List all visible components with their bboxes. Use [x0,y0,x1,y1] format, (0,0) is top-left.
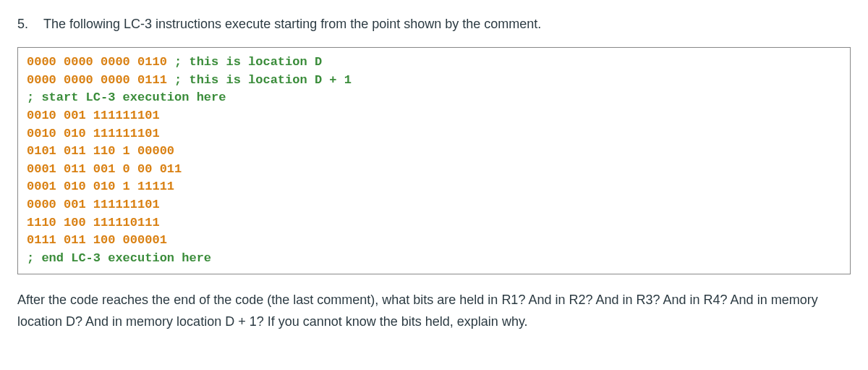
code-line: 0001 010 010 1 11111 [27,178,841,196]
code-comment: ; start LC-3 execution here [27,91,226,104]
question-header: 5. The following LC-3 instructions execu… [17,14,851,34]
code-line: 1110 100 111110111 [27,214,841,232]
follow-up-question: After the code reaches the end of the co… [17,289,851,333]
code-comment: ; end LC-3 execution here [27,251,211,265]
code-binary: 0000 0000 0000 0111 [27,73,174,87]
code-line: 0000 0000 0000 0110 ; this is location D [27,54,841,72]
code-line: 0101 011 110 1 00000 [27,143,841,161]
code-line: 0111 011 100 000001 [27,232,841,250]
code-line: 0001 011 001 0 00 011 [27,161,841,179]
question-text: The following LC-3 instructions execute … [43,14,851,34]
code-line: 0000 0000 0000 0111 ; this is location D… [27,72,841,90]
code-binary: 0111 011 100 000001 [27,233,167,247]
code-comment: ; this is location D [174,55,322,69]
code-line: ; end LC-3 execution here [27,250,841,268]
code-binary: 0001 011 001 0 00 011 [27,162,182,176]
code-binary: 1110 100 111110111 [27,216,160,230]
code-line: ; start LC-3 execution here [27,89,841,107]
code-binary: 0000 001 111111101 [27,198,160,211]
code-line: 0010 001 111111101 [27,107,841,125]
question-number: 5. [17,14,43,34]
code-comment: ; this is location D + 1 [174,73,352,87]
code-line: 0010 010 111111101 [27,125,841,143]
code-binary: 0101 011 110 1 00000 [27,144,174,158]
code-line: 0000 001 111111101 [27,196,841,214]
code-binary: 0000 0000 0000 0110 [27,55,174,69]
code-block: 0000 0000 0000 0110 ; this is location D… [17,47,851,274]
code-binary: 0010 010 111111101 [27,127,160,140]
code-binary: 0001 010 010 1 11111 [27,180,174,193]
code-binary: 0010 001 111111101 [27,109,160,122]
